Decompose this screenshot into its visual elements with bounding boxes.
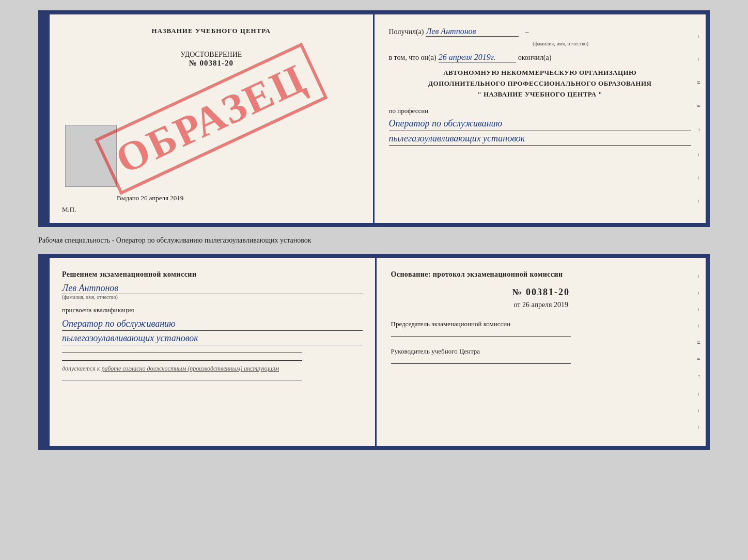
finished-label: окончил(а) xyxy=(518,54,552,62)
protocol-date-value: 26 апреля 2019 xyxy=(522,301,568,309)
allowed-text-label: допускается к xyxy=(62,365,101,372)
protocol-date: от 26 апреля 2019 xyxy=(391,301,692,309)
right-side-marks-top: – – и а ← – – – xyxy=(693,14,706,223)
completion-row: в том, что он(а) 26 апреля 2019г. окончи… xyxy=(389,53,692,62)
qualification-line2: пылегазоулавливающих установок xyxy=(62,332,363,345)
book-spine-bottom xyxy=(42,258,50,446)
basis-label: Основание: протокол экзаменационной коми… xyxy=(391,270,692,279)
person-name-bottom: Лев Антпонов xyxy=(62,283,363,294)
protocol-date-prefix: от xyxy=(513,301,520,309)
chairman-sig-line xyxy=(391,336,571,337)
signature-line-1 xyxy=(62,353,302,353)
cert-document-label: УДОСТОВЕРЕНИЕ xyxy=(180,51,242,59)
decision-text: Решением экзаменационной комиссии xyxy=(62,270,363,279)
book-spine-top xyxy=(42,14,50,223)
top-certificate-book: НАЗВАНИЕ УЧЕБНОГО ЦЕНТРА УДОСТОВЕРЕНИЕ №… xyxy=(38,10,710,227)
director-sig-line xyxy=(391,363,571,364)
chairman-label: Председатель экзаменационной комиссии xyxy=(391,319,692,329)
qualification-label: присвоена квалификация xyxy=(62,306,363,314)
person-name-subtext: (фамилия, имя, отчество) xyxy=(62,294,363,300)
director-label: Руководитель учебного Центра xyxy=(391,347,692,356)
cert-number: № 00381-20 xyxy=(189,59,233,68)
in-that-label: в том, что он(а) xyxy=(389,54,437,62)
issued-date: 26 апреля 2019 xyxy=(141,194,184,202)
top-right-page: Получил(а) Лев Антпонов – (фамилия, имя,… xyxy=(375,14,706,223)
cert-mp: М.П. xyxy=(62,205,76,214)
received-name: Лев Антпонов xyxy=(426,27,519,37)
org-text: АВТОНОМНУЮ НЕКОММЕРЧЕСКУЮ ОРГАНИЗАЦИЮ ДО… xyxy=(389,68,692,100)
qualification-line1: Оператор по обслуживанию xyxy=(62,317,363,331)
org-line3: " НАЗВАНИЕ УЧЕБНОГО ЦЕНТРА " xyxy=(389,89,692,100)
received-label: Получил(а) xyxy=(389,28,424,36)
cert-issued: Выдано 26 апреля 2019 xyxy=(117,194,183,202)
bottom-right-page: Основание: протокол экзаменационной коми… xyxy=(377,258,706,446)
top-left-page: НАЗВАНИЕ УЧЕБНОГО ЦЕНТРА УДОСТОВЕРЕНИЕ №… xyxy=(50,14,375,223)
profession-label: по профессии xyxy=(389,107,692,115)
signature-line-3 xyxy=(62,380,302,380)
bottom-left-page: Решением экзаменационной комиссии Лев Ан… xyxy=(50,258,377,446)
org-line2: ДОПОЛНИТЕЛЬНОГО ПРОФЕССИОНАЛЬНОГО ОБРАЗО… xyxy=(389,78,692,89)
cert-photo-area xyxy=(65,125,117,187)
between-label: Рабочая специальность - Оператор по обсл… xyxy=(38,232,311,249)
profession-line1: Оператор по обслуживанию xyxy=(389,117,692,131)
completion-date: 26 апреля 2019г. xyxy=(439,53,516,62)
bottom-certificate-book: Решением экзаменационной комиссии Лев Ан… xyxy=(38,254,710,450)
org-line1: АВТОНОМНУЮ НЕКОММЕРЧЕСКУЮ ОРГАНИЗАЦИЮ xyxy=(389,68,692,78)
signature-line-2 xyxy=(62,360,302,361)
name-subtext-top: (фамилия, имя, отчество) xyxy=(430,41,692,46)
right-side-marks-bottom: – – – – и а ← – – – xyxy=(693,258,706,446)
protocol-number: № 00381-20 xyxy=(391,287,692,298)
allowed-text-value: работе согласно должностным (производств… xyxy=(101,365,279,372)
top-cert-title: НАЗВАНИЕ УЧЕБНОГО ЦЕНТРА xyxy=(60,27,363,35)
profession-line2: пылегазоулавливающих установок xyxy=(389,132,692,146)
allowed-text: допускается к работе согласно должностны… xyxy=(62,365,363,373)
received-row: Получил(а) Лев Антпонов – xyxy=(389,27,692,37)
issued-label: Выдано xyxy=(117,194,139,202)
